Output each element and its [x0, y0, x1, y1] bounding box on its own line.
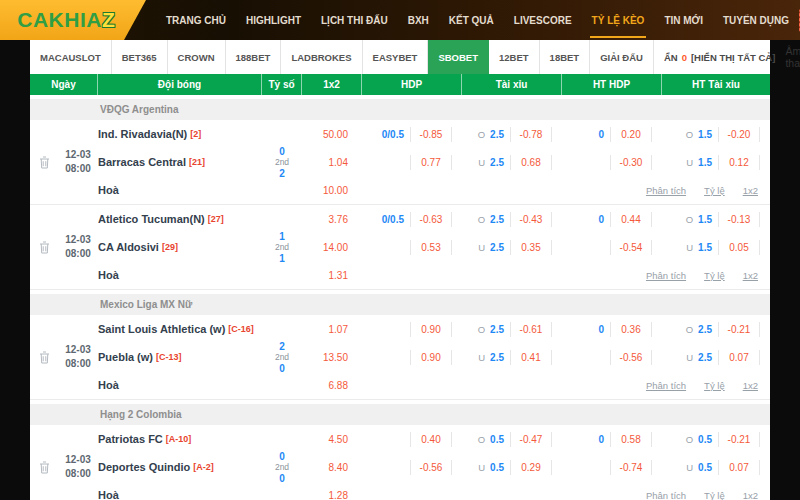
ht-hdp-home-price: 0.36	[610, 322, 652, 337]
1x2-link[interactable]: 1x2	[743, 490, 758, 500]
odds-ht-hdp-home[interactable]: 0 0.44	[562, 205, 662, 233]
analysis-link[interactable]: Phân tích	[646, 185, 686, 196]
hdp-away-price: 0.53	[410, 240, 452, 255]
odds-ht-hdp-away[interactable]: -0.54	[562, 233, 662, 261]
rate-link[interactable]: Tỷ lệ	[704, 380, 725, 391]
delete-match-button[interactable]	[30, 315, 58, 399]
odds-under[interactable]: U 2.5 0.41	[462, 343, 562, 371]
away-score: 2	[279, 168, 285, 179]
odds-under[interactable]: U 2.5 0.35	[462, 233, 562, 261]
over-price: -0.47	[510, 432, 552, 447]
odds-ht-under[interactable]: U 1.5 0.05	[662, 233, 770, 261]
odds-1x2-away[interactable]: 8.40	[302, 453, 362, 481]
page: CAKHIA Z TRANG CHỦ HIGHLIGHT LỊCH THI ĐẤ…	[0, 0, 800, 500]
delete-match-button[interactable]	[30, 205, 58, 289]
home-team[interactable]: Ind. Rivadavia(N) [2]	[98, 120, 262, 148]
odds-hdp-home[interactable]: 0/0.5 -0.63	[362, 205, 462, 233]
odds-ht-over[interactable]: O 0.5 -0.21	[662, 425, 770, 453]
odds-over[interactable]: O 0.5 -0.47	[462, 425, 562, 453]
nav-item[interactable]: TỶ LỆ KÈO	[582, 0, 655, 40]
odds-ht-over[interactable]: O 1.5 -0.20	[662, 120, 770, 148]
analysis-link[interactable]: Phân tích	[646, 270, 686, 281]
match-date: 12-03	[65, 233, 91, 247]
bookmaker-tab[interactable]: LADBROKES	[281, 40, 362, 74]
odds-hdp-away[interactable]: -0.56	[362, 453, 462, 481]
odds-hdp-home[interactable]: 0.40	[362, 425, 462, 453]
ht-hdp-away-price: -0.56	[610, 350, 652, 365]
odds-1x2-draw[interactable]: 10.00	[302, 176, 362, 204]
odds-1x2-away[interactable]: 13.50	[302, 343, 362, 371]
odds-ht-hdp-home[interactable]: 0 0.58	[562, 425, 662, 453]
1x2-link[interactable]: 1x2	[743, 185, 758, 196]
bookmaker-tab[interactable]: SBOBET	[428, 40, 489, 74]
odds-hdp-away[interactable]: 0.90	[362, 343, 462, 371]
nav-item[interactable]: LỊCH THI ĐẤU	[311, 0, 398, 40]
hdp-away-price: 0.90	[410, 350, 452, 365]
odds-under[interactable]: U 2.5 0.68	[462, 148, 562, 176]
bookmaker-tab[interactable]: MACAUSLOT	[30, 40, 112, 74]
rate-link[interactable]: Tỷ lệ	[704, 270, 725, 281]
odds-1x2-draw[interactable]: 1.28	[302, 481, 362, 500]
odds-1x2-away[interactable]: 1.04	[302, 148, 362, 176]
nav-item[interactable]: LIVESCORE	[504, 0, 582, 40]
1x2-link[interactable]: 1x2	[743, 380, 758, 391]
nav-item[interactable]: TUYỂN DỤNG	[713, 0, 799, 40]
odds-ht-over[interactable]: O 1.5 -0.13	[662, 205, 770, 233]
bookmaker-tab[interactable]: BET365	[112, 40, 168, 74]
odds-ht-hdp-away[interactable]: -0.74	[562, 453, 662, 481]
odds-ht-over[interactable]: O 2.5 -0.21	[662, 315, 770, 343]
delete-match-button[interactable]	[30, 425, 58, 500]
analysis-link[interactable]: Phân tích	[646, 490, 686, 500]
odds-ht-hdp-home[interactable]: 0 0.36	[562, 315, 662, 343]
nav-item[interactable]: BXH	[398, 0, 439, 40]
analysis-link[interactable]: Phân tích	[646, 380, 686, 391]
odds-1x2-home[interactable]: 1.07	[302, 315, 362, 343]
hidden-matches-note[interactable]: ẨN 0 [HIỂN THỊ TẤT CẢ]	[654, 40, 785, 74]
1x2-link[interactable]: 1x2	[743, 270, 758, 281]
odds-hdp-away[interactable]: 0.53	[362, 233, 462, 261]
nav-item[interactable]: TIN MỚI	[654, 0, 713, 40]
away-team[interactable]: Puebla (w) [C-13]	[98, 343, 262, 371]
odds-hdp-home[interactable]: 0.90	[362, 315, 462, 343]
odds-over[interactable]: O 2.5 -0.61	[462, 315, 562, 343]
odds-over[interactable]: O 2.5 -0.43	[462, 205, 562, 233]
bookmaker-tab[interactable]: EASYBET	[363, 40, 429, 74]
away-team[interactable]: Deportes Quindio [A-2]	[98, 453, 262, 481]
odds-1x2-away[interactable]: 14.00	[302, 233, 362, 261]
odds-1x2-draw[interactable]: 1.31	[302, 261, 362, 289]
odds-ht-under[interactable]: U 1.5 0.12	[662, 148, 770, 176]
odds-1x2-home[interactable]: 50.00	[302, 120, 362, 148]
odds-1x2-draw[interactable]: 6.88	[302, 371, 362, 399]
odds-over[interactable]: O 2.5 -0.78	[462, 120, 562, 148]
bookmaker-tab[interactable]: CROWN	[168, 40, 226, 74]
nav-item[interactable]: TRANG CHỦ	[156, 0, 236, 40]
odds-1x2-home[interactable]: 4.50	[302, 425, 362, 453]
home-team[interactable]: Saint Louis Athletica (w) [C-16]	[98, 315, 262, 343]
bookmaker-tab[interactable]: 188BET	[226, 40, 282, 74]
odds-hdp-home[interactable]: 0/0.5 -0.85	[362, 120, 462, 148]
odds-ht-under[interactable]: U 2.5 0.07	[662, 343, 770, 371]
nav-item[interactable]: KẾT QUẢ	[439, 0, 504, 40]
odds-ht-hdp-home[interactable]: 0 0.20	[562, 120, 662, 148]
odds-ht-under[interactable]: U 0.5 0.07	[662, 453, 770, 481]
hdp-home-price: 0.90	[410, 322, 452, 337]
delete-match-button[interactable]	[30, 120, 58, 204]
odds-ht-hdp-away[interactable]: -0.30	[562, 148, 662, 176]
odds-hdp-away[interactable]: 0.77	[362, 148, 462, 176]
match-time: 08:00	[65, 357, 91, 371]
nav-item[interactable]: HIGHLIGHT	[236, 0, 311, 40]
rate-link[interactable]: Tỷ lệ	[704, 490, 725, 500]
home-team[interactable]: Patriotas FC [A-10]	[98, 425, 262, 453]
away-team[interactable]: Barracas Central [21]	[98, 148, 262, 176]
odds-1x2-home[interactable]: 3.76	[302, 205, 362, 233]
odds-ht-hdp-away[interactable]: -0.56	[562, 343, 662, 371]
bookmaker-tab[interactable]: 18BET	[540, 40, 591, 74]
away-team[interactable]: CA Aldosivi [29]	[98, 233, 262, 261]
home-team[interactable]: Atletico Tucuman(N) [27]	[98, 205, 262, 233]
odds-under[interactable]: U 0.5 0.29	[462, 453, 562, 481]
home-team-rank: [A-10]	[166, 434, 192, 444]
app-logo[interactable]: CAKHIA Z	[0, 0, 146, 40]
rate-link[interactable]: Tỷ lệ	[704, 185, 725, 196]
bookmaker-tab[interactable]: 12BET	[489, 40, 540, 74]
bookmaker-tab[interactable]: GIẢI ĐẤU	[590, 40, 654, 74]
